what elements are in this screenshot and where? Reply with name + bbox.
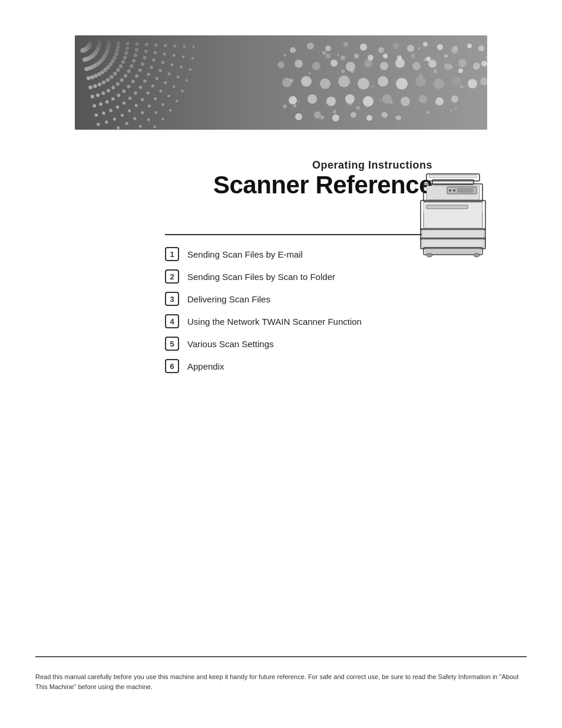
toc-list: 1 Sending Scan Files by E-mail 2 Sending… [165,247,459,373]
toc-number: 3 [165,292,179,306]
bottom-divider [35,656,527,657]
svg-rect-8 [457,188,474,193]
header-banner [75,35,487,130]
svg-point-19 [474,253,480,257]
svg-point-6 [449,189,451,192]
svg-rect-17 [425,249,481,253]
toc-item: 6 Appendix [165,359,459,373]
svg-rect-15 [422,239,484,248]
printer-image [415,171,491,259]
toc-number: 4 [165,314,179,328]
printer-svg-icon [415,171,491,259]
toc-item: 2 Sending Scan Files by Scan to Folder [165,269,459,284]
toc-label: Appendix [187,361,224,371]
svg-rect-11 [427,205,468,209]
svg-rect-1 [429,175,477,177]
toc-number: 2 [165,269,179,284]
toc-label: Delivering Scan Files [187,294,270,304]
toc-item: 3 Delivering Scan Files [165,292,459,306]
toc-item: 4 Using the Network TWAIN Scanner Functi… [165,314,459,328]
operating-instructions-label: Operating Instructions [0,159,432,172]
svg-point-18 [427,253,432,257]
svg-rect-13 [422,230,484,238]
toc-number: 1 [165,247,179,261]
banner-decoration [75,35,487,130]
toc-label: Sending Scan Files by E-mail [187,249,303,259]
toc-label: Sending Scan Files by Scan to Folder [187,272,335,282]
scanner-reference-title: Scanner Reference [0,172,432,199]
toc-label: Various Scan Settings [187,339,273,349]
toc-label: Using the Network TWAIN Scanner Function [187,317,362,327]
toc-number: 6 [165,359,179,373]
svg-point-7 [453,189,455,192]
footer-text: Read this manual carefully before you us… [35,672,527,693]
toc-number: 5 [165,337,179,351]
toc-item: 5 Various Scan Settings [165,337,459,351]
